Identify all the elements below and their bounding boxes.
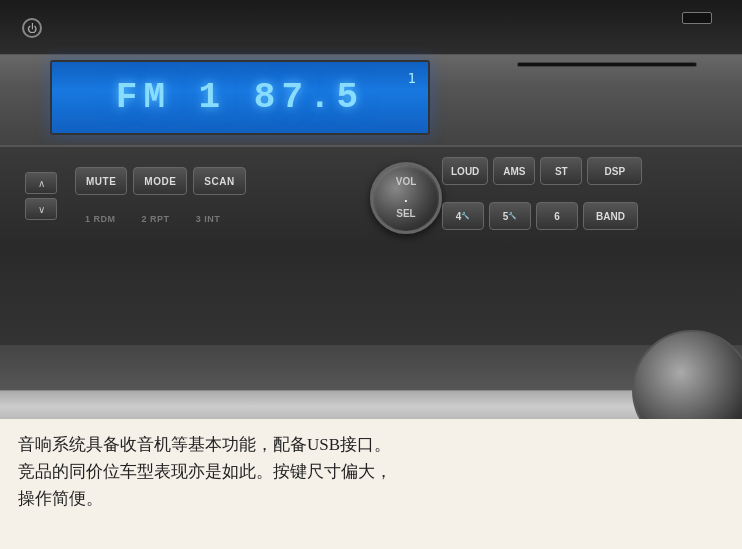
- button-row-2: 1 RDM 2 RPT 3 INT: [75, 205, 231, 233]
- sub-label-2: 2 RPT: [132, 205, 180, 233]
- control-panel: ∧ ∨ MUTE MODE SCAN 1 RDM 2 RPT 3 INT VOL: [0, 145, 742, 345]
- st-button[interactable]: ST: [540, 157, 582, 185]
- arrow-down-button[interactable]: ∨: [25, 198, 57, 220]
- loud-button[interactable]: LOUD: [442, 157, 488, 185]
- scan-button[interactable]: SCAN: [193, 167, 245, 195]
- top-strip: [0, 0, 742, 55]
- button-row-1: MUTE MODE SCAN: [75, 167, 246, 195]
- vol-knob-label: VOL • SEL: [396, 176, 417, 219]
- power-button[interactable]: [22, 18, 42, 38]
- right-bottom-row: 4 🔧 5 🔧 6 BAND: [442, 202, 638, 230]
- dsp-button[interactable]: DSP: [587, 157, 642, 185]
- radio-unit: FM 1 87.5 1 ∧ ∨ MUTE MODE SCAN 1 RDM 2 R…: [0, 0, 742, 430]
- nav-arrows: ∧ ∨: [25, 172, 57, 220]
- num4-button[interactable]: 4 🔧: [442, 202, 484, 230]
- cd-slot: [517, 62, 697, 67]
- display-inner: FM 1 87.5 1: [52, 62, 428, 133]
- caption-line-1: 音响系统具备收音机等基本功能，配备USB接口。: [18, 435, 391, 454]
- caption-line-3: 操作简便。: [18, 489, 103, 508]
- right-top-row: LOUD AMS ST DSP: [442, 157, 642, 185]
- caption-line-2: 竞品的同价位车型表现亦是如此。按键尺寸偏大，: [18, 462, 392, 481]
- sub-label-3: 3 INT: [186, 205, 231, 233]
- ams-button[interactable]: AMS: [493, 157, 535, 185]
- photo-container: FM 1 87.5 1 ∧ ∨ MUTE MODE SCAN 1 RDM 2 R…: [0, 0, 742, 549]
- sub-label-1: 1 RDM: [75, 205, 126, 233]
- caption-text: 音响系统具备收音机等基本功能，配备USB接口。 竞品的同价位车型表现亦是如此。按…: [18, 431, 724, 513]
- display-indicator: 1: [408, 70, 416, 86]
- display-text: FM 1 87.5: [116, 77, 364, 118]
- mute-button[interactable]: MUTE: [75, 167, 127, 195]
- arrow-up-button[interactable]: ∧: [25, 172, 57, 194]
- display-screen: FM 1 87.5 1: [50, 60, 430, 135]
- caption-area: 音响系统具备收音机等基本功能，配备USB接口。 竞品的同价位车型表现亦是如此。按…: [0, 419, 742, 549]
- mode-button[interactable]: MODE: [133, 167, 187, 195]
- right-buttons-area: LOUD AMS ST DSP 4 🔧 5 🔧 6 BAND: [432, 147, 742, 347]
- num5-button[interactable]: 5 🔧: [489, 202, 531, 230]
- usb-port: [682, 12, 712, 24]
- band-button[interactable]: BAND: [583, 202, 638, 230]
- num6-button[interactable]: 6: [536, 202, 578, 230]
